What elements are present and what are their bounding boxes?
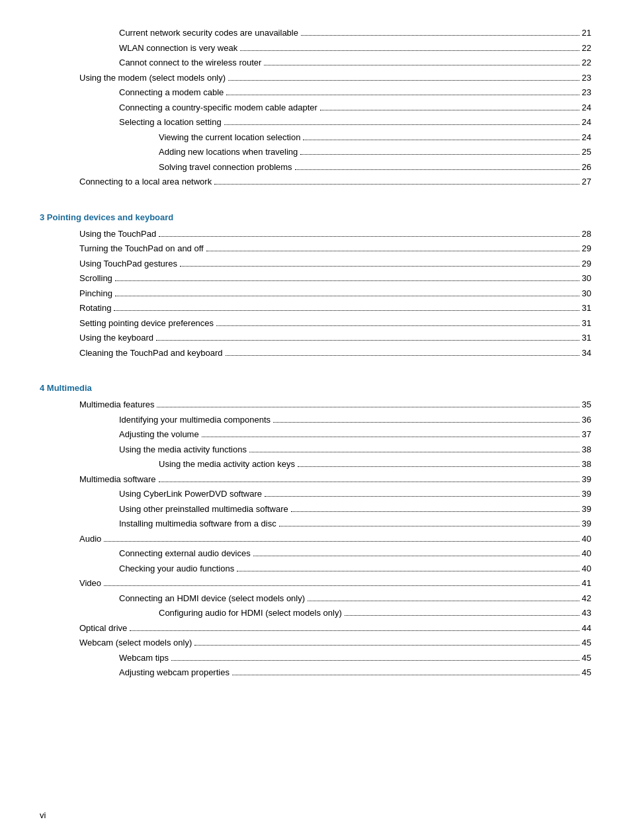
toc-entry-label: Connecting an HDMI device (select models… <box>119 592 305 605</box>
toc-entry-page: 23 <box>582 86 591 99</box>
toc-entry-page: 30 <box>582 287 591 300</box>
toc-entry-label: Scrolling <box>79 272 112 285</box>
toc-entry-label: Pinching <box>79 287 112 300</box>
section-3: 3 Pointing devices and keyboard Using th… <box>40 212 591 360</box>
toc-entry-label: Connecting a modem cable <box>119 86 224 99</box>
toc-entry: Connecting a country-specific modem cabl… <box>40 101 591 114</box>
toc-entry: Checking your audio functions40 <box>40 562 591 575</box>
toc-entry-page: 29 <box>582 242 591 255</box>
toc-entry: Setting pointing device preferences31 <box>40 317 591 330</box>
toc-entry-page: 21 <box>582 26 591 40</box>
toc-dots <box>237 571 579 571</box>
toc-entry: Adjusting the volume37 <box>40 428 591 441</box>
toc-entry-page: 43 <box>582 607 591 620</box>
toc-entry-label: Audio <box>79 532 101 546</box>
toc-entry: Video41 <box>40 577 591 590</box>
toc-entry-label: Adjusting the volume <box>119 428 199 441</box>
toc-entry: Using other preinstalled multimedia soft… <box>40 503 591 516</box>
toc-entry-label: Rotating <box>79 302 111 315</box>
toc-entry-page: 45 <box>582 651 591 665</box>
toc-dots <box>159 236 579 237</box>
toc-entry: Using the TouchPad28 <box>40 228 591 241</box>
toc-dots <box>115 296 579 296</box>
toc-dots <box>279 526 579 526</box>
toc-entry: Using the media activity functions38 <box>40 443 591 456</box>
toc-entry-page: 35 <box>582 398 591 411</box>
toc-dots <box>115 280 579 281</box>
toc-entry-label: Video <box>79 577 101 590</box>
toc-entry-label: Using the modem (select models only) <box>79 71 226 85</box>
toc-dots <box>104 585 579 586</box>
toc-entry-page: 28 <box>582 228 591 241</box>
toc-dots <box>156 340 579 341</box>
toc-dots <box>264 65 579 65</box>
toc-entry: Cannot connect to the wireless router22 <box>40 56 591 69</box>
toc-entry-page: 31 <box>582 317 591 330</box>
toc-entry-label: Using the TouchPad <box>79 228 156 241</box>
toc-entry-page: 39 <box>582 473 591 486</box>
toc-dots <box>232 675 579 675</box>
toc-entry-page: 34 <box>582 347 591 360</box>
toc-dots <box>202 437 579 437</box>
toc-entry-page: 38 <box>582 458 591 471</box>
toc-entry-label: Configuring audio for HDMI (select model… <box>159 607 342 620</box>
section-4: 4 Multimedia Multimedia features35Identi… <box>40 383 591 679</box>
section-4-header[interactable]: 4 Multimedia <box>40 383 591 393</box>
toc-entry-page: 25 <box>582 146 591 159</box>
toc-entry-label: WLAN connection is very weak <box>119 42 237 55</box>
section-3-header[interactable]: 3 Pointing devices and keyboard <box>40 212 591 222</box>
toc-entry-page: 31 <box>582 331 591 345</box>
toc-entry-label: Webcam tips <box>119 651 169 665</box>
toc-entry-page: 40 <box>582 547 591 560</box>
toc-entry: Scrolling30 <box>40 272 591 285</box>
toc-entry-label: Solving travel connection problems <box>159 161 292 174</box>
toc-entry-page: 41 <box>582 577 591 590</box>
toc-dots <box>301 35 579 36</box>
toc-dots <box>265 496 579 497</box>
toc-entry: Using the media activity action keys38 <box>40 458 591 471</box>
page-number: vi <box>40 810 46 820</box>
toc-entry-page: 42 <box>582 592 591 605</box>
toc-entry-page: 24 <box>582 101 591 114</box>
toc-entry-page: 44 <box>582 622 591 635</box>
toc-entry-label: Viewing the current location selection <box>159 131 300 144</box>
toc-dots <box>157 407 579 407</box>
toc-dots <box>345 615 579 616</box>
toc-entry: Connecting an HDMI device (select models… <box>40 592 591 605</box>
toc-entry-page: 39 <box>582 503 591 516</box>
toc-dots <box>159 482 579 482</box>
toc-entry-page: 40 <box>582 532 591 546</box>
toc-entry-label: Current network security codes are unava… <box>119 26 298 40</box>
toc-entry: Using CyberLink PowerDVD software39 <box>40 487 591 501</box>
toc-entry-page: 22 <box>582 42 591 55</box>
toc-entry-label: Identifying your multimedia components <box>119 413 271 427</box>
toc-dots <box>303 140 579 140</box>
toc-dots <box>320 110 579 110</box>
toc-entry: Webcam (select models only)45 <box>40 636 591 650</box>
toc-entry-page: 22 <box>582 56 591 69</box>
toc-entry: WLAN connection is very weak22 <box>40 42 591 55</box>
toc-entry-label: Cannot connect to the wireless router <box>119 56 261 69</box>
toc-entry-page: 37 <box>582 428 591 441</box>
toc-entry: Using the keyboard31 <box>40 331 591 345</box>
toc-entry-page: 31 <box>582 302 591 315</box>
toc-entry: Audio40 <box>40 532 591 546</box>
toc-entry: Configuring audio for HDMI (select model… <box>40 607 591 620</box>
toc-dots <box>114 310 579 311</box>
toc-entry: Connecting a modem cable23 <box>40 86 591 99</box>
toc-entry: Using the modem (select models only)23 <box>40 71 591 85</box>
toc-entry: Solving travel connection problems26 <box>40 161 591 174</box>
toc-dots <box>216 325 579 326</box>
toc-entry-label: Using the media activity functions <box>119 443 247 456</box>
toc-entry-label: Using the keyboard <box>79 331 153 345</box>
toc-dots <box>228 80 579 81</box>
toc-dots <box>240 50 579 51</box>
toc-dots <box>291 511 579 512</box>
toc-entry-page: 30 <box>582 272 591 285</box>
toc-dots <box>180 266 579 267</box>
toc-dots <box>253 556 579 556</box>
toc-dots <box>273 422 579 423</box>
toc-entry: Optical drive44 <box>40 622 591 635</box>
toc-entry-page: 40 <box>582 562 591 575</box>
toc-entry: Adjusting webcam properties45 <box>40 666 591 679</box>
